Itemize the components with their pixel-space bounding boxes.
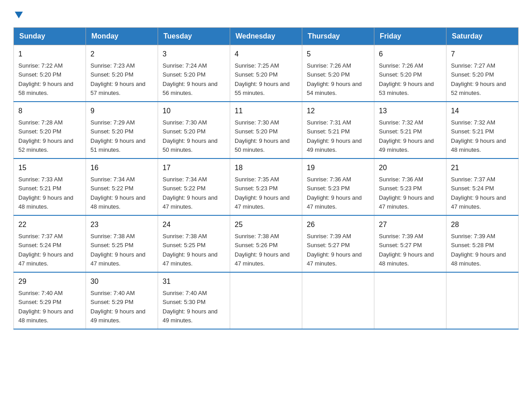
day-info: Sunrise: 7:32 AMSunset: 5:21 PMDaylight:… (451, 119, 506, 153)
calendar-cell: 22 Sunrise: 7:37 AMSunset: 5:24 PMDaylig… (14, 215, 86, 272)
calendar-cell: 2 Sunrise: 7:23 AMSunset: 5:20 PMDayligh… (86, 45, 158, 102)
weekday-header-saturday: Saturday (446, 28, 519, 45)
day-info: Sunrise: 7:40 AMSunset: 5:29 PMDaylight:… (18, 290, 73, 324)
weekday-header-wednesday: Wednesday (230, 28, 302, 45)
calendar-cell: 4 Sunrise: 7:25 AMSunset: 5:20 PMDayligh… (230, 45, 302, 102)
day-info: Sunrise: 7:38 AMSunset: 5:25 PMDaylight:… (163, 233, 218, 267)
calendar-cell: 9 Sunrise: 7:29 AMSunset: 5:20 PMDayligh… (86, 102, 158, 158)
day-number: 13 (379, 106, 442, 116)
day-number: 12 (307, 106, 369, 116)
calendar-cell: 19 Sunrise: 7:36 AMSunset: 5:23 PMDaylig… (302, 158, 374, 215)
day-info: Sunrise: 7:40 AMSunset: 5:29 PMDaylight:… (90, 290, 146, 324)
day-number: 25 (235, 219, 297, 230)
day-info: Sunrise: 7:27 AMSunset: 5:20 PMDaylight:… (451, 62, 506, 96)
calendar-cell (230, 272, 302, 329)
day-info: Sunrise: 7:24 AMSunset: 5:20 PMDaylight:… (163, 62, 218, 96)
weekday-header-monday: Monday (86, 28, 158, 45)
day-number: 3 (163, 49, 225, 60)
day-info: Sunrise: 7:37 AMSunset: 5:24 PMDaylight:… (451, 176, 506, 210)
day-info: Sunrise: 7:33 AMSunset: 5:21 PMDaylight:… (18, 176, 73, 210)
day-info: Sunrise: 7:26 AMSunset: 5:20 PMDaylight:… (379, 62, 434, 96)
day-number: 29 (18, 276, 81, 287)
day-info: Sunrise: 7:31 AMSunset: 5:21 PMDaylight:… (307, 119, 362, 153)
day-number: 28 (451, 219, 514, 230)
day-number: 2 (90, 49, 153, 60)
day-number: 27 (379, 219, 442, 230)
day-number: 15 (18, 163, 81, 173)
calendar-cell: 13 Sunrise: 7:32 AMSunset: 5:21 PMDaylig… (374, 102, 446, 158)
day-info: Sunrise: 7:39 AMSunset: 5:27 PMDaylight:… (307, 233, 362, 267)
day-number: 14 (451, 106, 514, 116)
day-info: Sunrise: 7:35 AMSunset: 5:23 PMDaylight:… (235, 176, 290, 210)
day-info: Sunrise: 7:36 AMSunset: 5:23 PMDaylight:… (379, 176, 434, 210)
calendar-week-row: 15 Sunrise: 7:33 AMSunset: 5:21 PMDaylig… (14, 158, 519, 215)
day-number: 18 (235, 163, 297, 173)
day-number: 8 (18, 106, 81, 116)
day-info: Sunrise: 7:26 AMSunset: 5:20 PMDaylight:… (307, 62, 362, 96)
calendar-cell (446, 272, 519, 329)
calendar-cell: 31 Sunrise: 7:40 AMSunset: 5:30 PMDaylig… (158, 272, 230, 329)
day-number: 30 (90, 276, 153, 287)
day-number: 21 (451, 163, 514, 173)
calendar-cell: 27 Sunrise: 7:39 AMSunset: 5:27 PMDaylig… (374, 215, 446, 272)
day-info: Sunrise: 7:34 AMSunset: 5:22 PMDaylight:… (163, 176, 218, 210)
calendar-cell: 24 Sunrise: 7:38 AMSunset: 5:25 PMDaylig… (158, 215, 230, 272)
day-number: 10 (163, 106, 225, 116)
calendar-cell: 5 Sunrise: 7:26 AMSunset: 5:20 PMDayligh… (302, 45, 374, 102)
day-info: Sunrise: 7:39 AMSunset: 5:28 PMDaylight:… (451, 233, 506, 267)
calendar-cell: 7 Sunrise: 7:27 AMSunset: 5:20 PMDayligh… (446, 45, 519, 102)
day-info: Sunrise: 7:38 AMSunset: 5:25 PMDaylight:… (90, 233, 146, 267)
weekday-header-sunday: Sunday (14, 28, 86, 45)
calendar-cell: 17 Sunrise: 7:34 AMSunset: 5:22 PMDaylig… (158, 158, 230, 215)
calendar-cell: 10 Sunrise: 7:30 AMSunset: 5:20 PMDaylig… (158, 102, 230, 158)
calendar-week-row: 29 Sunrise: 7:40 AMSunset: 5:29 PMDaylig… (14, 272, 519, 329)
day-info: Sunrise: 7:25 AMSunset: 5:20 PMDaylight:… (235, 62, 290, 96)
day-info: Sunrise: 7:22 AMSunset: 5:20 PMDaylight:… (18, 62, 73, 96)
calendar-cell: 16 Sunrise: 7:34 AMSunset: 5:22 PMDaylig… (86, 158, 158, 215)
day-info: Sunrise: 7:37 AMSunset: 5:24 PMDaylight:… (18, 233, 73, 267)
weekday-header-friday: Friday (374, 28, 446, 45)
calendar-cell: 1 Sunrise: 7:22 AMSunset: 5:20 PMDayligh… (14, 45, 86, 102)
logo-triangle-icon (15, 12, 23, 18)
day-info: Sunrise: 7:32 AMSunset: 5:21 PMDaylight:… (379, 119, 434, 153)
calendar-cell: 12 Sunrise: 7:31 AMSunset: 5:21 PMDaylig… (302, 102, 374, 158)
calendar-cell: 28 Sunrise: 7:39 AMSunset: 5:28 PMDaylig… (446, 215, 519, 272)
day-number: 6 (379, 49, 442, 60)
day-number: 23 (90, 219, 153, 230)
day-number: 20 (379, 163, 442, 173)
calendar-cell: 20 Sunrise: 7:36 AMSunset: 5:23 PMDaylig… (374, 158, 446, 215)
day-info: Sunrise: 7:38 AMSunset: 5:26 PMDaylight:… (235, 233, 290, 267)
calendar-cell: 29 Sunrise: 7:40 AMSunset: 5:29 PMDaylig… (14, 272, 86, 329)
calendar-cell (302, 272, 374, 329)
day-info: Sunrise: 7:28 AMSunset: 5:20 PMDaylight:… (18, 119, 73, 153)
day-number: 5 (307, 49, 369, 60)
day-number: 24 (163, 219, 225, 230)
calendar-cell: 21 Sunrise: 7:37 AMSunset: 5:24 PMDaylig… (446, 158, 519, 215)
calendar-cell: 25 Sunrise: 7:38 AMSunset: 5:26 PMDaylig… (230, 215, 302, 272)
calendar-week-row: 1 Sunrise: 7:22 AMSunset: 5:20 PMDayligh… (14, 45, 519, 102)
day-number: 17 (163, 163, 225, 173)
day-number: 4 (235, 49, 297, 60)
day-number: 9 (90, 106, 153, 116)
calendar-table: SundayMondayTuesdayWednesdayThursdayFrid… (13, 27, 519, 330)
calendar-cell: 18 Sunrise: 7:35 AMSunset: 5:23 PMDaylig… (230, 158, 302, 215)
day-number: 11 (235, 106, 297, 116)
calendar-cell: 3 Sunrise: 7:24 AMSunset: 5:20 PMDayligh… (158, 45, 230, 102)
day-info: Sunrise: 7:36 AMSunset: 5:23 PMDaylight:… (307, 176, 362, 210)
day-number: 1 (18, 49, 81, 60)
day-info: Sunrise: 7:34 AMSunset: 5:22 PMDaylight:… (90, 176, 146, 210)
day-info: Sunrise: 7:39 AMSunset: 5:27 PMDaylight:… (379, 233, 434, 267)
day-info: Sunrise: 7:23 AMSunset: 5:20 PMDaylight:… (90, 62, 146, 96)
weekday-header-tuesday: Tuesday (158, 28, 230, 45)
calendar-cell: 14 Sunrise: 7:32 AMSunset: 5:21 PMDaylig… (446, 102, 519, 158)
calendar-cell: 15 Sunrise: 7:33 AMSunset: 5:21 PMDaylig… (14, 158, 86, 215)
calendar-cell: 23 Sunrise: 7:38 AMSunset: 5:25 PMDaylig… (86, 215, 158, 272)
calendar-cell: 11 Sunrise: 7:30 AMSunset: 5:20 PMDaylig… (230, 102, 302, 158)
day-info: Sunrise: 7:30 AMSunset: 5:20 PMDaylight:… (235, 119, 290, 153)
calendar-cell: 6 Sunrise: 7:26 AMSunset: 5:20 PMDayligh… (374, 45, 446, 102)
calendar-header-row: SundayMondayTuesdayWednesdayThursdayFrid… (14, 28, 519, 45)
day-number: 22 (18, 219, 81, 230)
calendar-week-row: 8 Sunrise: 7:28 AMSunset: 5:20 PMDayligh… (14, 102, 519, 158)
calendar-cell: 26 Sunrise: 7:39 AMSunset: 5:27 PMDaylig… (302, 215, 374, 272)
calendar-cell: 8 Sunrise: 7:28 AMSunset: 5:20 PMDayligh… (14, 102, 86, 158)
